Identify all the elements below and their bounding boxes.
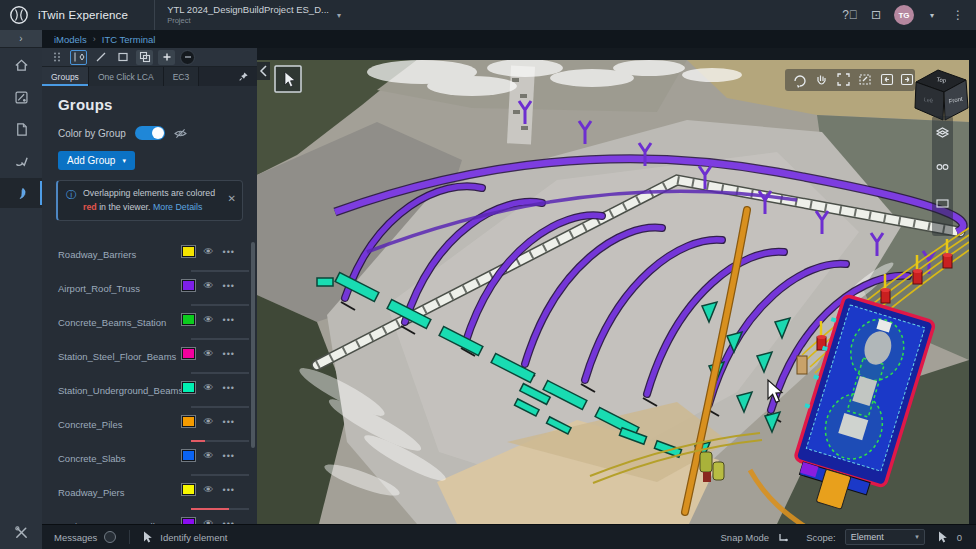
map-nav-button[interactable] (0, 82, 42, 112)
eye-icon[interactable]: 👁 (204, 451, 214, 461)
tab-groups[interactable]: Groups (42, 67, 89, 86)
scope-label: Scope: (806, 532, 836, 543)
eye-icon[interactable]: 👁 (204, 281, 214, 291)
snap-mode-icon[interactable] (778, 532, 789, 543)
color-swatch[interactable] (182, 314, 195, 325)
paintbrush-check-icon (14, 154, 29, 169)
color-swatch[interactable] (182, 484, 195, 495)
panel-layout-icon[interactable]: ⊡ (868, 8, 884, 22)
chevron-down-icon[interactable]: ▾ (924, 11, 940, 20)
overlap-info-alert: ⓘ Overlapping elements are colored red i… (56, 180, 243, 221)
shape-tool-button[interactable] (114, 50, 131, 65)
group-row[interactable]: Station_Underground_Beams 👁••• (42, 374, 257, 408)
divider (129, 530, 130, 544)
viewport-3d[interactable]: Top Front Left (257, 60, 969, 524)
group-row[interactable]: Station_Concrete_Walls 👁••• (42, 510, 257, 524)
eye-icon[interactable]: 👁 (204, 485, 214, 495)
select-tool-button[interactable] (70, 50, 87, 65)
group-row[interactable]: Concrete_Piles 👁••• (42, 408, 257, 442)
color-swatch[interactable] (182, 450, 195, 461)
eye-icon[interactable]: 👁 (204, 383, 214, 393)
remove-tool-button[interactable] (180, 50, 195, 65)
groups-panel-body: Groups Color by Group Add Group ▾ ⓘ Over… (42, 86, 257, 524)
tab-one-click-lca[interactable]: One Click LCA (89, 67, 164, 86)
documents-nav-button[interactable] (0, 114, 42, 144)
identify-element-label: Identify element (160, 532, 227, 543)
eye-icon[interactable]: 👁 (204, 349, 214, 359)
home-icon (14, 58, 29, 73)
app-window: iTwin Experience YTL 2024_DesignBuildPro… (0, 0, 976, 549)
active-app-icon (14, 186, 29, 201)
wrench-screwdriver-icon (14, 525, 29, 540)
document-icon (14, 122, 29, 137)
close-icon[interactable]: ✕ (228, 193, 236, 204)
more-options-icon[interactable]: ••• (223, 281, 235, 291)
breadcrumb-current[interactable]: ITC Terminal (102, 34, 156, 45)
eye-slash-icon[interactable] (174, 128, 187, 139)
status-bar: Messages Identify element Snap Mode Scop… (42, 524, 976, 549)
selection-count: 0 (957, 532, 962, 543)
rail-expand-button[interactable]: › (0, 30, 42, 48)
tab-ec3[interactable]: EC3 (164, 67, 200, 86)
pin-panel-button[interactable] (238, 67, 257, 86)
side-toolbar (932, 116, 953, 236)
group-row[interactable]: Concrete_Slabs 👁••• (42, 442, 257, 476)
project-name: YTL 2024_DesignBuildProject ES_D... (167, 5, 329, 15)
app-header: iTwin Experience YTL 2024_DesignBuildPro… (0, 0, 976, 30)
cursor-icon (938, 531, 948, 543)
more-options-icon[interactable]: ••• (223, 417, 235, 427)
app-title: iTwin Experience (38, 9, 128, 21)
view-toolbar (785, 69, 915, 91)
more-options-icon[interactable]: ••• (223, 485, 235, 495)
alert-text: Overlapping elements are colored red in … (83, 187, 221, 214)
map-icon (14, 90, 29, 105)
group-row[interactable]: Roadway_Barriers 👁••• (42, 238, 257, 272)
add-tool-button[interactable] (158, 50, 175, 65)
carbon-app-nav-button-active[interactable] (0, 178, 42, 208)
group-list: Roadway_Barriers 👁••• Airport_Roof_Truss… (42, 238, 257, 524)
home-nav-button[interactable] (0, 50, 42, 80)
add-group-button[interactable]: Add Group ▾ (58, 151, 135, 170)
more-options-icon[interactable]: ••• (223, 383, 235, 393)
help-icon[interactable]: ?⃝ (842, 8, 858, 22)
color-by-group-toggle[interactable] (135, 126, 165, 140)
kebab-menu-icon[interactable]: ⋮ (950, 8, 966, 22)
color-swatch[interactable] (182, 280, 195, 291)
eye-icon[interactable]: 👁 (204, 315, 214, 325)
more-options-icon[interactable]: ••• (223, 315, 235, 325)
breadcrumb-imodels-link[interactable]: iModels (54, 34, 87, 45)
color-swatch[interactable] (182, 348, 195, 359)
breadcrumb-separator: › (93, 34, 96, 44)
more-options-icon[interactable]: ••• (223, 247, 235, 257)
viewer-collapse-handle[interactable] (257, 62, 270, 80)
project-switcher[interactable]: YTL 2024_DesignBuildProject ES_D... Proj… (154, 0, 341, 30)
messages-badge-icon (104, 531, 116, 543)
scope-select[interactable]: Element ▾ (845, 529, 925, 545)
settings-tools-button[interactable] (0, 519, 42, 545)
more-details-link[interactable]: More Details (153, 202, 202, 212)
drag-handle-icon[interactable] (48, 50, 65, 65)
color-swatch[interactable] (182, 416, 195, 427)
group-row[interactable]: Airport_Roof_Truss 👁••• (42, 272, 257, 306)
group-row[interactable]: Concrete_Beams_Station 👁••• (42, 306, 257, 340)
groups-panel: Groups One Click LCA EC3 Groups Color by… (42, 48, 257, 524)
group-elements-tool-button[interactable] (136, 50, 153, 65)
avatar[interactable]: TG (894, 5, 914, 25)
eye-icon[interactable]: 👁 (204, 417, 214, 427)
snap-mode-label[interactable]: Snap Mode (721, 532, 770, 543)
pin-icon (238, 71, 249, 82)
line-tool-button[interactable] (92, 50, 109, 65)
more-options-icon[interactable]: ••• (223, 451, 235, 461)
color-swatch[interactable] (182, 246, 195, 257)
select-tool-active-button[interactable] (275, 66, 301, 92)
eye-icon[interactable]: 👁 (204, 247, 214, 257)
messages-label[interactable]: Messages (54, 532, 97, 543)
page-title: Groups (42, 86, 257, 113)
group-row[interactable]: Station_Steel_Floor_Beams 👁••• (42, 340, 257, 374)
markup-nav-button[interactable] (0, 146, 42, 176)
more-options-icon[interactable]: ••• (223, 349, 235, 359)
itwin-logo-icon (9, 5, 29, 25)
group-row[interactable]: Roadway_Piers 👁••• (42, 476, 257, 510)
color-swatch[interactable] (182, 382, 195, 393)
scrollbar-thumb[interactable] (251, 242, 255, 448)
